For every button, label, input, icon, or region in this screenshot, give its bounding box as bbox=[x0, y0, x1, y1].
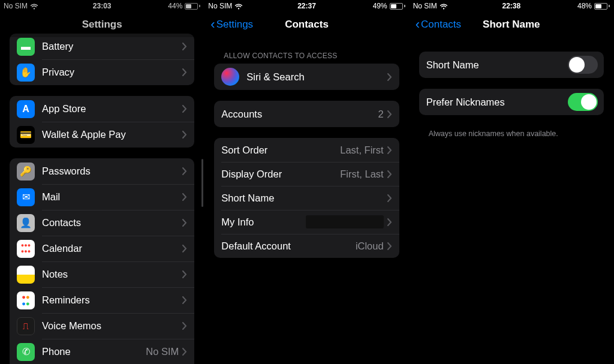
row-label: Phone bbox=[42, 346, 146, 357]
scroll-indicator[interactable] bbox=[201, 159, 203, 207]
row-notes[interactable]: Notes bbox=[10, 261, 194, 287]
status-bar: No SIM 22:38 48% bbox=[410, 0, 613, 12]
siri-icon bbox=[221, 68, 239, 86]
row-value: Last, First bbox=[340, 145, 383, 156]
row-short-name[interactable]: Short Name bbox=[214, 186, 399, 210]
status-bar: No SIM 22:37 49% bbox=[204, 0, 408, 12]
page-title: Settings bbox=[0, 19, 204, 31]
clock: 22:38 bbox=[410, 2, 613, 10]
row-label: Default Account bbox=[221, 240, 356, 252]
back-button[interactable]: ‹ Contacts bbox=[416, 18, 461, 31]
row-privacy[interactable]: ✋ Privacy bbox=[10, 59, 194, 85]
short-name-toggle[interactable] bbox=[568, 56, 598, 74]
chevron-right-icon bbox=[387, 194, 392, 202]
reminders-icon: ●●●● bbox=[17, 291, 35, 309]
chevron-right-icon bbox=[387, 242, 392, 250]
settings-group-general-continued: ▬ Battery ✋ Privacy bbox=[10, 34, 194, 85]
row-contacts[interactable]: 👤 Contacts bbox=[10, 210, 194, 236]
privacy-icon: ✋ bbox=[17, 64, 35, 82]
row-voicememos[interactable]: ⎍ Voice Memos bbox=[10, 313, 194, 339]
row-accounts[interactable]: Accounts 2 bbox=[214, 101, 399, 127]
row-label: Siri & Search bbox=[246, 71, 387, 83]
battery-settings-icon: ▬ bbox=[17, 38, 35, 56]
row-label: Calendar bbox=[42, 243, 182, 254]
nav-bar: ‹ Contacts Short Name bbox=[410, 12, 613, 37]
chevron-right-icon bbox=[182, 348, 187, 356]
nav-bar: ‹ Settings Contacts bbox=[204, 12, 408, 37]
row-display-order[interactable]: Display Order First, Last bbox=[214, 162, 399, 186]
row-label: My Info bbox=[221, 216, 305, 228]
notes-icon bbox=[17, 266, 35, 284]
chevron-right-icon bbox=[182, 322, 187, 330]
footer-text: Always use nicknames when available. bbox=[419, 126, 604, 138]
row-value: iCloud bbox=[356, 240, 384, 252]
chevron-right-icon bbox=[182, 131, 187, 139]
row-phone[interactable]: ✆ Phone No SIM bbox=[10, 339, 194, 364]
row-battery[interactable]: ▬ Battery bbox=[10, 34, 194, 59]
passwords-icon: 🔑 bbox=[17, 163, 35, 181]
row-label: App Store bbox=[42, 103, 182, 115]
row-my-info[interactable]: My Info bbox=[214, 210, 399, 234]
clock: 22:37 bbox=[204, 2, 408, 10]
chevron-left-icon: ‹ bbox=[210, 18, 215, 31]
chevron-right-icon bbox=[182, 68, 187, 76]
chevron-right-icon bbox=[182, 105, 187, 113]
back-button[interactable]: ‹ Settings bbox=[210, 18, 253, 31]
screen-contacts-settings: No SIM 22:37 49% ‹ Settings Contacts ALL… bbox=[204, 0, 409, 364]
row-label: Short Name bbox=[426, 59, 568, 71]
row-label: Sort Order bbox=[221, 145, 340, 156]
group-contacts-options: Sort Order Last, First Display Order Fir… bbox=[214, 138, 399, 258]
group-short-name-toggle: Short Name bbox=[419, 52, 604, 78]
clock: 23:03 bbox=[0, 2, 204, 10]
contacts-icon: 👤 bbox=[17, 214, 35, 232]
chevron-right-icon bbox=[182, 296, 187, 304]
row-label: Notes bbox=[42, 269, 182, 280]
row-label: Display Order bbox=[221, 169, 340, 180]
chevron-right-icon bbox=[387, 218, 392, 226]
row-siri-search[interactable]: Siri & Search bbox=[214, 64, 399, 90]
row-label: Prefer Nicknames bbox=[426, 97, 568, 108]
section-header: ALLOW CONTACTS TO ACCESS bbox=[214, 52, 399, 64]
voicememos-icon: ⎍ bbox=[17, 317, 35, 335]
chevron-right-icon bbox=[182, 193, 187, 201]
row-appstore[interactable]: A App Store bbox=[10, 96, 194, 122]
chevron-right-icon bbox=[387, 73, 392, 81]
group-siri: Siri & Search bbox=[214, 64, 399, 90]
row-sort-order[interactable]: Sort Order Last, First bbox=[214, 138, 399, 162]
group-accounts: Accounts 2 bbox=[214, 101, 399, 127]
my-info-redacted bbox=[306, 215, 384, 228]
row-mail[interactable]: ✉ Mail bbox=[10, 184, 194, 210]
row-calendar[interactable]: ●●●●●● Calendar bbox=[10, 236, 194, 261]
row-label: Mail bbox=[42, 191, 182, 203]
group-nicknames: Prefer Nicknames bbox=[419, 89, 604, 115]
row-value: 2 bbox=[378, 109, 383, 120]
row-label: Passwords bbox=[42, 166, 182, 177]
wallet-icon: 💳 bbox=[17, 126, 35, 144]
back-label: Contacts bbox=[421, 19, 461, 31]
calendar-icon: ●●●●●● bbox=[17, 240, 35, 258]
status-bar: No SIM 23:03 44% bbox=[0, 0, 204, 12]
settings-group-store: A App Store 💳 Wallet & Apple Pay bbox=[10, 96, 194, 148]
row-default-account[interactable]: Default Account iCloud bbox=[214, 234, 399, 258]
row-wallet[interactable]: 💳 Wallet & Apple Pay bbox=[10, 122, 194, 148]
row-label: Wallet & Apple Pay bbox=[42, 129, 182, 140]
appstore-icon: A bbox=[17, 100, 35, 118]
row-label: Voice Memos bbox=[42, 320, 182, 332]
row-value: No SIM bbox=[146, 346, 179, 357]
chevron-right-icon bbox=[182, 245, 187, 252]
mail-icon: ✉ bbox=[17, 188, 35, 206]
screen-short-name: No SIM 22:38 48% ‹ Contacts Short Name S… bbox=[410, 0, 614, 364]
row-passwords[interactable]: 🔑 Passwords bbox=[10, 158, 194, 184]
phone-icon: ✆ bbox=[17, 343, 35, 361]
row-reminders[interactable]: ●●●● Reminders bbox=[10, 287, 194, 313]
row-label: Contacts bbox=[42, 217, 182, 228]
back-label: Settings bbox=[216, 19, 253, 31]
row-short-name-toggle[interactable]: Short Name bbox=[419, 52, 604, 78]
prefer-nicknames-toggle[interactable] bbox=[568, 93, 598, 111]
chevron-right-icon bbox=[387, 146, 392, 154]
row-value: First, Last bbox=[340, 169, 383, 180]
row-prefer-nicknames[interactable]: Prefer Nicknames bbox=[419, 89, 604, 115]
row-label: Accounts bbox=[221, 109, 378, 120]
row-label: Short Name bbox=[221, 192, 387, 204]
chevron-right-icon bbox=[387, 110, 392, 118]
